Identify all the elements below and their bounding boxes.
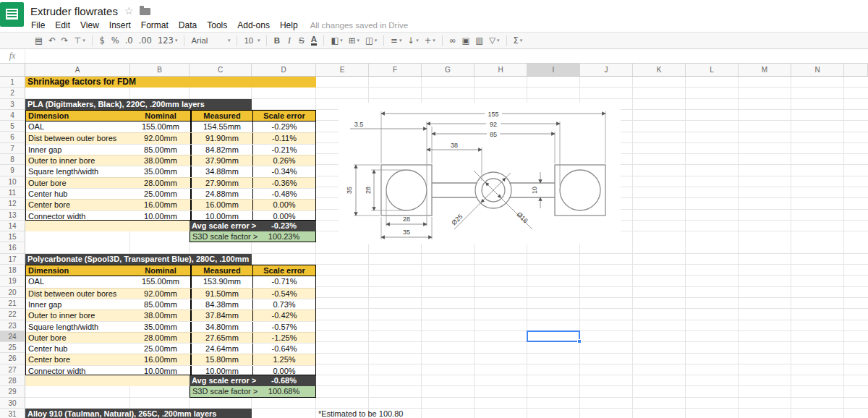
row-header-24[interactable]: 24 bbox=[0, 331, 25, 342]
strikethrough-icon[interactable]: S bbox=[295, 34, 307, 47]
row-header-19[interactable]: 19 bbox=[0, 276, 25, 286]
menu-item-view[interactable]: View bbox=[75, 19, 104, 32]
table-cell[interactable]: 16.00mm bbox=[131, 354, 190, 364]
table-cell[interactable]: 16.00mm bbox=[131, 200, 190, 210]
table-cell[interactable]: 0.73% bbox=[252, 299, 315, 310]
star-icon[interactable]: ☆ bbox=[124, 5, 134, 17]
column-header-partial[interactable] bbox=[844, 64, 868, 76]
table-cell[interactable]: Center hub bbox=[26, 344, 131, 354]
horizontal-align-icon[interactable]: ≡▾ bbox=[388, 34, 404, 47]
row-header-5[interactable]: 5 bbox=[0, 121, 25, 132]
table-cell[interactable]: OAL bbox=[26, 121, 131, 132]
text-color-icon[interactable]: A bbox=[307, 34, 320, 47]
table-cell[interactable]: 155.00mm bbox=[131, 276, 190, 287]
table-cell[interactable]: -0.11% bbox=[252, 133, 315, 143]
row-header-10[interactable]: 10 bbox=[0, 176, 25, 187]
empty-highlight-cells[interactable] bbox=[25, 375, 190, 386]
column-header-a[interactable]: A bbox=[25, 64, 130, 76]
table-cell[interactable]: Outer to inner bore bbox=[26, 155, 131, 166]
table-cell[interactable]: Scale error bbox=[252, 111, 315, 121]
table-cell[interactable]: 10.00mm bbox=[131, 211, 190, 221]
table-cell[interactable]: 24.64mm bbox=[190, 344, 252, 354]
table-cell[interactable]: 10.00mm bbox=[190, 211, 252, 221]
italic-icon[interactable]: I bbox=[283, 34, 295, 47]
format-currency-icon[interactable]: $ bbox=[96, 34, 109, 47]
table-cell[interactable]: 92.00mm bbox=[131, 133, 190, 143]
table-cell[interactable]: Square length/width bbox=[26, 166, 131, 176]
table-cell[interactable]: -0.71% bbox=[252, 276, 315, 287]
table-cell[interactable]: Center bore bbox=[26, 354, 131, 364]
row-header-1[interactable]: 1 bbox=[0, 77, 25, 88]
table-cell[interactable]: Connector width bbox=[26, 211, 131, 221]
font-family-select[interactable]: Arial▾ bbox=[188, 34, 233, 47]
table-cell[interactable]: 91.50mm bbox=[190, 289, 252, 299]
table-cell[interactable]: 34.80mm bbox=[190, 322, 252, 332]
table-cell[interactable]: -0.36% bbox=[252, 178, 315, 188]
table-cell[interactable]: OAL bbox=[26, 276, 131, 287]
table-cell[interactable]: 35.00mm bbox=[131, 166, 190, 176]
column-header-l[interactable]: L bbox=[686, 64, 739, 76]
column-header-i[interactable]: I bbox=[527, 64, 580, 76]
table-cell[interactable]: 28.00mm bbox=[131, 333, 190, 343]
table-cell[interactable]: 37.90mm bbox=[190, 155, 252, 166]
table-cell[interactable]: 28.00mm bbox=[131, 178, 190, 188]
row-header-12[interactable]: 12 bbox=[0, 198, 25, 209]
table-cell[interactable]: Dist between outer bores bbox=[26, 289, 131, 299]
row-header-8[interactable]: 8 bbox=[0, 154, 25, 165]
table-cell[interactable]: -0.48% bbox=[252, 189, 315, 199]
vertical-align-icon[interactable]: ↓▾ bbox=[404, 34, 421, 47]
text-wrap-icon[interactable]: +▾ bbox=[422, 34, 438, 47]
column-header-h[interactable]: H bbox=[475, 64, 527, 76]
column-header-c[interactable]: C bbox=[190, 64, 252, 76]
row-header-31[interactable]: 31 bbox=[0, 409, 25, 418]
row-header-2[interactable]: 2 bbox=[0, 88, 25, 98]
fill-handle[interactable] bbox=[577, 339, 582, 344]
filter-icon[interactable]: ▽▾ bbox=[486, 34, 502, 47]
table-cell[interactable]: 10.00mm bbox=[190, 366, 252, 376]
table-cell[interactable]: -0.21% bbox=[252, 145, 315, 155]
table-cell[interactable]: 16.00mm bbox=[190, 200, 252, 210]
menu-item-tools[interactable]: Tools bbox=[202, 19, 232, 32]
column-header-m[interactable]: M bbox=[739, 64, 791, 76]
table-cell[interactable]: 0.00% bbox=[252, 211, 315, 221]
row-header-13[interactable]: 13 bbox=[0, 210, 25, 221]
row-header-11[interactable]: 11 bbox=[0, 187, 25, 198]
table-cell[interactable]: 34.88mm bbox=[190, 166, 252, 176]
table-cell[interactable]: Center hub bbox=[26, 189, 131, 199]
table-cell[interactable]: 84.82mm bbox=[190, 145, 252, 155]
table-cell[interactable]: Measured bbox=[190, 111, 252, 121]
row-header-9[interactable]: 9 bbox=[0, 165, 25, 176]
row-header-14[interactable]: 14 bbox=[0, 221, 25, 231]
selected-cell[interactable] bbox=[527, 330, 580, 342]
decrease-decimals-icon[interactable]: .0 bbox=[122, 34, 136, 47]
table-cell[interactable]: Dist between outer bores bbox=[26, 133, 131, 143]
table-cell[interactable]: 91.90mm bbox=[190, 133, 252, 143]
borders-icon[interactable]: ⊞▾ bbox=[346, 34, 362, 47]
redo-icon[interactable]: ↷ bbox=[59, 34, 72, 47]
table-cell[interactable]: 35.00mm bbox=[131, 322, 190, 332]
table-cell[interactable]: -0.29% bbox=[252, 121, 315, 132]
table-cell[interactable]: 84.38mm bbox=[190, 299, 252, 310]
menu-item-add-ons[interactable]: Add-ons bbox=[232, 19, 275, 32]
merge-cells-icon[interactable]: ◫▾ bbox=[362, 34, 380, 47]
functions-icon[interactable]: Σ▾ bbox=[511, 34, 526, 47]
insert-link-icon[interactable]: ∞ bbox=[446, 34, 459, 47]
row-header-27[interactable]: 27 bbox=[0, 364, 25, 375]
column-header-j[interactable]: J bbox=[580, 64, 633, 76]
table-cell[interactable]: 24.88mm bbox=[190, 189, 252, 199]
table-cell[interactable]: 37.84mm bbox=[190, 310, 252, 320]
undo-icon[interactable]: ↶ bbox=[46, 34, 59, 47]
table-cell[interactable]: 10.00mm bbox=[131, 366, 190, 376]
table-cell[interactable]: -1.25% bbox=[252, 333, 315, 343]
row-header-26[interactable]: 26 bbox=[0, 353, 25, 364]
technical-drawing[interactable]: 155 92 85 38 3.5 35 28 28 35 10 Ø25 Ø16 bbox=[339, 103, 621, 244]
table-cell[interactable]: 154.55mm bbox=[190, 121, 252, 132]
bold-icon[interactable]: B bbox=[271, 34, 283, 47]
row-header-22[interactable]: 22 bbox=[0, 309, 25, 320]
row-header-7[interactable]: 7 bbox=[0, 143, 25, 154]
row-header-17[interactable]: 17 bbox=[0, 254, 25, 265]
row-header-30[interactable]: 30 bbox=[0, 398, 25, 409]
empty-highlight-cells[interactable] bbox=[25, 221, 190, 231]
row-header-6[interactable]: 6 bbox=[0, 132, 25, 142]
table-cell[interactable]: 38.00mm bbox=[131, 155, 190, 166]
